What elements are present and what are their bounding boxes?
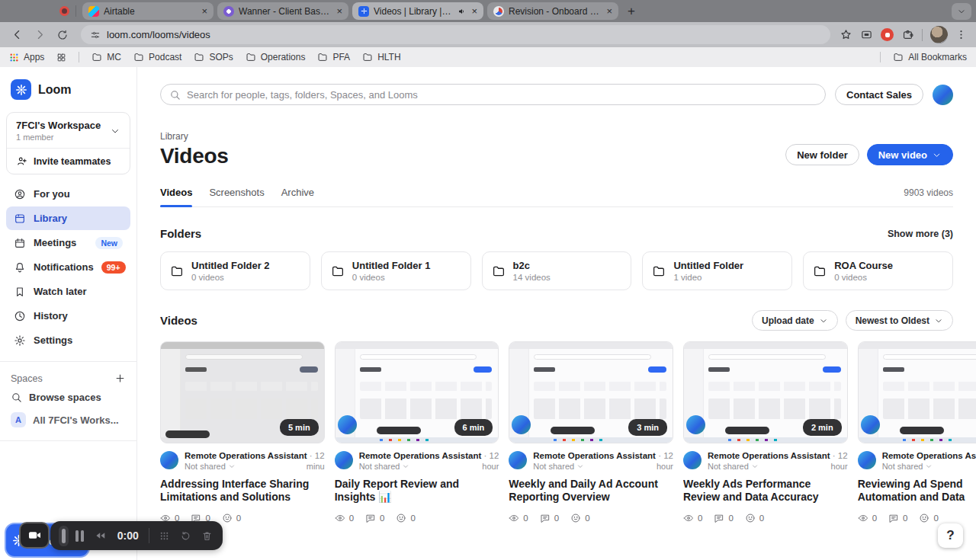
sort-order-dropdown[interactable]: Newest to Oldest (846, 310, 953, 331)
restart-rewind-icon[interactable] (94, 529, 108, 542)
show-more-link[interactable]: Show more (3) (888, 229, 953, 239)
add-space-button[interactable] (114, 373, 126, 384)
browse-spaces-button[interactable]: Browse spaces (0, 386, 136, 408)
browser-tab-airtable[interactable]: Airtable × (82, 2, 214, 20)
drawing-tools-icon[interactable] (159, 530, 170, 542)
reload-button[interactable] (53, 26, 72, 44)
revision-favicon (493, 6, 504, 17)
share-status-dropdown[interactable]: Not shared (533, 462, 584, 471)
tab-screenshots[interactable]: Screenshots (209, 187, 264, 206)
bookmark-folder-sops[interactable]: SOPs (194, 52, 233, 62)
comments-stat: 0 (540, 513, 559, 523)
video-title[interactable]: Reviewing Ad Spend Automation and Data D… (858, 478, 976, 504)
new-folder-button[interactable]: New folder (785, 144, 859, 165)
video-thumbnail[interactable]: 5 min (160, 341, 325, 443)
bookmark-folder-mc[interactable]: MC (92, 52, 121, 62)
close-tab-icon[interactable]: × (471, 6, 477, 16)
forward-button[interactable] (30, 26, 49, 44)
thumb-mock-part (883, 354, 976, 360)
global-search[interactable] (160, 84, 826, 105)
folder-icon (170, 264, 184, 278)
search-input[interactable] (187, 89, 817, 101)
folder-card[interactable]: Untitled Folder1 video (642, 251, 792, 290)
browser-tab-revision[interactable]: Revision - Onboard Coaches × (487, 2, 618, 20)
recording-control-bar[interactable]: 0:00 (50, 521, 223, 550)
camera-toggle-button[interactable] (19, 522, 50, 549)
sort-field-dropdown[interactable]: Upload date (752, 310, 838, 331)
browser-tab-loom-active[interactable]: Videos | Library | Loom × (352, 2, 483, 20)
pause-icon[interactable] (75, 530, 84, 542)
video-thumbnail[interactable]: 2 min (683, 341, 848, 443)
close-tab-icon[interactable]: × (606, 6, 612, 16)
restart-recording-icon[interactable] (180, 530, 191, 542)
new-video-button[interactable]: New video (867, 144, 953, 165)
help-button[interactable]: ? (938, 523, 963, 548)
browser-tab-wanner[interactable]: Wanner - Client Base: 👥 Clie × (217, 2, 348, 20)
video-thumbnail[interactable]: 4 min (858, 341, 976, 443)
tab-search-chevron-button[interactable] (952, 3, 971, 20)
video-thumbnail[interactable]: 3 min (509, 341, 673, 443)
site-settings-icon[interactable] (90, 30, 101, 40)
sidebar-item-all-workspace-space[interactable]: A All 7FCI's Works... (0, 408, 136, 431)
new-tab-button[interactable]: + (622, 2, 640, 21)
video-count: 9903 videos (904, 187, 953, 206)
bookmark-folder-pfa[interactable]: PFA (317, 52, 350, 62)
nav-label: Settings (34, 334, 72, 346)
sidebar-item-settings[interactable]: Settings (6, 328, 130, 352)
user-avatar[interactable] (933, 85, 953, 105)
stop-recording-button[interactable] (62, 529, 66, 543)
workspace-card: 7FCI's Workspace 1 member Invite teammat… (6, 112, 130, 174)
video-title[interactable]: Addressing Interface Sharing Limitations… (160, 478, 325, 504)
tab-groups-icon[interactable] (56, 53, 66, 62)
close-tab-icon[interactable]: × (201, 6, 207, 16)
back-button[interactable] (8, 26, 26, 44)
folder-card[interactable]: Untitled Folder 10 videos (321, 251, 471, 290)
share-status-dropdown[interactable]: Not shared (185, 462, 236, 471)
close-tab-icon[interactable]: × (336, 6, 342, 16)
sidebar-item-history[interactable]: History (6, 304, 130, 328)
thumb-mock-part (509, 437, 673, 443)
folder-card[interactable]: b2c14 videos (482, 251, 632, 290)
contact-sales-button[interactable]: Contact Sales (835, 84, 923, 105)
thumb-mock-part (161, 349, 181, 437)
share-status-dropdown[interactable]: Not shared (359, 462, 410, 471)
bookmark-folder-hlth[interactable]: HLTH (362, 52, 400, 62)
video-title[interactable]: Weekly Ads Performance Review and Data A… (683, 478, 848, 504)
folder-icon (492, 264, 506, 278)
comments-stat: 0 (365, 513, 384, 523)
sidebar-item-meetings[interactable]: Meetings New (6, 231, 130, 254)
workspace-switcher[interactable]: 7FCI's Workspace 1 member (7, 113, 130, 149)
sidebar-item-notifications[interactable]: Notifications 99+ (6, 255, 130, 279)
tab-archive[interactable]: Archive (281, 187, 314, 206)
loom-brand[interactable]: Loom (0, 76, 136, 107)
tab-videos[interactable]: Videos (160, 187, 192, 206)
thumb-mock-part (534, 382, 666, 391)
bookmark-star-icon[interactable] (840, 28, 852, 41)
apps-shortcut[interactable]: Apps (9, 52, 44, 62)
extension-record-button[interactable] (881, 28, 894, 41)
video-title[interactable]: Daily Report Review and Insights 📊 (335, 478, 499, 504)
folder-name: Untitled Folder 1 (352, 260, 431, 272)
share-status-dropdown[interactable]: Not shared (708, 462, 759, 471)
sidebar-item-watch-later[interactable]: Watch later (6, 280, 130, 303)
delete-recording-icon[interactable] (201, 530, 213, 542)
browser-profile-avatar[interactable] (930, 26, 948, 43)
thumb-mock-part (684, 342, 847, 349)
browser-menu-icon[interactable] (955, 29, 967, 40)
share-status-dropdown[interactable]: Not shared (882, 462, 933, 471)
tab-audio-icon[interactable] (458, 7, 467, 16)
video-title[interactable]: Weekly and Daily Ad Account Reporting Ov… (509, 478, 673, 504)
video-thumbnail[interactable]: 6 min (335, 341, 499, 443)
folder-card[interactable]: ROA Course0 videos (803, 251, 953, 290)
video-card: 4 min Remote Operations Assistant · 12 N… (858, 341, 976, 523)
extensions-puzzle-icon[interactable] (901, 28, 914, 41)
all-bookmarks-button[interactable]: All Bookmarks (893, 52, 967, 62)
sidebar-item-library[interactable]: Library (6, 206, 130, 230)
address-bar[interactable]: loom.com/looms/videos (81, 25, 830, 44)
invite-teammates-button[interactable]: Invite teammates (7, 149, 130, 174)
bookmark-folder-podcast[interactable]: Podcast (133, 52, 181, 62)
folder-card[interactable]: Untitled Folder 20 videos (160, 251, 310, 290)
bookmark-folder-operations[interactable]: Operations (246, 52, 306, 62)
tab-media-icon[interactable] (860, 28, 873, 41)
sidebar-item-for-you[interactable]: For you (6, 182, 130, 206)
